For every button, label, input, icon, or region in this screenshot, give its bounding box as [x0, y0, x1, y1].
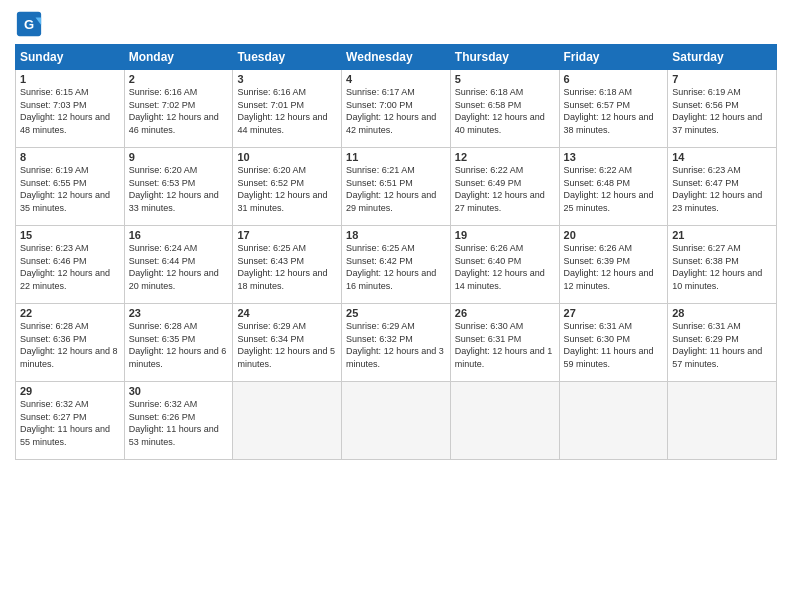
calendar-cell: 30 Sunrise: 6:32 AMSunset: 6:26 PMDaylig…: [124, 382, 233, 460]
day-number: 21: [672, 229, 772, 241]
header: G: [15, 10, 777, 38]
day-number: 22: [20, 307, 120, 319]
day-number: 29: [20, 385, 120, 397]
calendar-cell: 26 Sunrise: 6:30 AMSunset: 6:31 PMDaylig…: [450, 304, 559, 382]
day-info: Sunrise: 6:16 AMSunset: 7:02 PMDaylight:…: [129, 87, 219, 135]
day-number: 28: [672, 307, 772, 319]
day-number: 27: [564, 307, 664, 319]
calendar-cell: 2 Sunrise: 6:16 AMSunset: 7:02 PMDayligh…: [124, 70, 233, 148]
day-info: Sunrise: 6:32 AMSunset: 6:27 PMDaylight:…: [20, 399, 110, 447]
day-number: 20: [564, 229, 664, 241]
weekday-header-tuesday: Tuesday: [233, 45, 342, 70]
day-number: 10: [237, 151, 337, 163]
calendar-cell: 7 Sunrise: 6:19 AMSunset: 6:56 PMDayligh…: [668, 70, 777, 148]
calendar-week-3: 15 Sunrise: 6:23 AMSunset: 6:46 PMDaylig…: [16, 226, 777, 304]
day-number: 3: [237, 73, 337, 85]
day-number: 6: [564, 73, 664, 85]
day-number: 13: [564, 151, 664, 163]
calendar-cell: [450, 382, 559, 460]
day-info: Sunrise: 6:26 AMSunset: 6:40 PMDaylight:…: [455, 243, 545, 291]
calendar-cell: 13 Sunrise: 6:22 AMSunset: 6:48 PMDaylig…: [559, 148, 668, 226]
day-number: 24: [237, 307, 337, 319]
calendar-body: 1 Sunrise: 6:15 AMSunset: 7:03 PMDayligh…: [16, 70, 777, 460]
day-number: 19: [455, 229, 555, 241]
calendar-cell: 14 Sunrise: 6:23 AMSunset: 6:47 PMDaylig…: [668, 148, 777, 226]
day-number: 5: [455, 73, 555, 85]
calendar-week-1: 1 Sunrise: 6:15 AMSunset: 7:03 PMDayligh…: [16, 70, 777, 148]
calendar-cell: 25 Sunrise: 6:29 AMSunset: 6:32 PMDaylig…: [342, 304, 451, 382]
day-info: Sunrise: 6:15 AMSunset: 7:03 PMDaylight:…: [20, 87, 110, 135]
calendar-cell: 3 Sunrise: 6:16 AMSunset: 7:01 PMDayligh…: [233, 70, 342, 148]
day-number: 16: [129, 229, 229, 241]
day-number: 8: [20, 151, 120, 163]
calendar-cell: 8 Sunrise: 6:19 AMSunset: 6:55 PMDayligh…: [16, 148, 125, 226]
calendar-cell: 29 Sunrise: 6:32 AMSunset: 6:27 PMDaylig…: [16, 382, 125, 460]
day-info: Sunrise: 6:25 AMSunset: 6:42 PMDaylight:…: [346, 243, 436, 291]
calendar-cell: 21 Sunrise: 6:27 AMSunset: 6:38 PMDaylig…: [668, 226, 777, 304]
page-container: G SundayMondayTuesdayWednesdayThursdayFr…: [0, 0, 792, 470]
day-info: Sunrise: 6:16 AMSunset: 7:01 PMDaylight:…: [237, 87, 327, 135]
day-info: Sunrise: 6:22 AMSunset: 6:49 PMDaylight:…: [455, 165, 545, 213]
day-info: Sunrise: 6:25 AMSunset: 6:43 PMDaylight:…: [237, 243, 327, 291]
calendar-week-2: 8 Sunrise: 6:19 AMSunset: 6:55 PMDayligh…: [16, 148, 777, 226]
day-info: Sunrise: 6:29 AMSunset: 6:34 PMDaylight:…: [237, 321, 335, 369]
day-number: 15: [20, 229, 120, 241]
day-number: 9: [129, 151, 229, 163]
day-info: Sunrise: 6:20 AMSunset: 6:53 PMDaylight:…: [129, 165, 219, 213]
day-number: 30: [129, 385, 229, 397]
calendar-cell: 15 Sunrise: 6:23 AMSunset: 6:46 PMDaylig…: [16, 226, 125, 304]
calendar-cell: 4 Sunrise: 6:17 AMSunset: 7:00 PMDayligh…: [342, 70, 451, 148]
day-info: Sunrise: 6:27 AMSunset: 6:38 PMDaylight:…: [672, 243, 762, 291]
day-info: Sunrise: 6:17 AMSunset: 7:00 PMDaylight:…: [346, 87, 436, 135]
day-info: Sunrise: 6:19 AMSunset: 6:55 PMDaylight:…: [20, 165, 110, 213]
day-info: Sunrise: 6:28 AMSunset: 6:35 PMDaylight:…: [129, 321, 227, 369]
day-number: 2: [129, 73, 229, 85]
calendar-cell: 16 Sunrise: 6:24 AMSunset: 6:44 PMDaylig…: [124, 226, 233, 304]
calendar-cell: 5 Sunrise: 6:18 AMSunset: 6:58 PMDayligh…: [450, 70, 559, 148]
calendar-cell: 24 Sunrise: 6:29 AMSunset: 6:34 PMDaylig…: [233, 304, 342, 382]
calendar-cell: 22 Sunrise: 6:28 AMSunset: 6:36 PMDaylig…: [16, 304, 125, 382]
calendar-cell: 18 Sunrise: 6:25 AMSunset: 6:42 PMDaylig…: [342, 226, 451, 304]
day-number: 18: [346, 229, 446, 241]
day-number: 11: [346, 151, 446, 163]
weekday-header-sunday: Sunday: [16, 45, 125, 70]
logo-icon: G: [15, 10, 43, 38]
day-number: 23: [129, 307, 229, 319]
day-info: Sunrise: 6:23 AMSunset: 6:46 PMDaylight:…: [20, 243, 110, 291]
calendar-table: SundayMondayTuesdayWednesdayThursdayFrid…: [15, 44, 777, 460]
day-number: 25: [346, 307, 446, 319]
calendar-cell: 27 Sunrise: 6:31 AMSunset: 6:30 PMDaylig…: [559, 304, 668, 382]
day-info: Sunrise: 6:32 AMSunset: 6:26 PMDaylight:…: [129, 399, 219, 447]
calendar-cell: 28 Sunrise: 6:31 AMSunset: 6:29 PMDaylig…: [668, 304, 777, 382]
day-number: 14: [672, 151, 772, 163]
weekday-header-saturday: Saturday: [668, 45, 777, 70]
weekday-header-friday: Friday: [559, 45, 668, 70]
calendar-cell: [668, 382, 777, 460]
day-number: 7: [672, 73, 772, 85]
day-info: Sunrise: 6:24 AMSunset: 6:44 PMDaylight:…: [129, 243, 219, 291]
logo: G: [15, 10, 47, 38]
calendar-week-5: 29 Sunrise: 6:32 AMSunset: 6:27 PMDaylig…: [16, 382, 777, 460]
calendar-cell: [342, 382, 451, 460]
calendar-header-row: SundayMondayTuesdayWednesdayThursdayFrid…: [16, 45, 777, 70]
day-info: Sunrise: 6:20 AMSunset: 6:52 PMDaylight:…: [237, 165, 327, 213]
calendar-cell: 17 Sunrise: 6:25 AMSunset: 6:43 PMDaylig…: [233, 226, 342, 304]
calendar-week-4: 22 Sunrise: 6:28 AMSunset: 6:36 PMDaylig…: [16, 304, 777, 382]
weekday-header-thursday: Thursday: [450, 45, 559, 70]
calendar-cell: 20 Sunrise: 6:26 AMSunset: 6:39 PMDaylig…: [559, 226, 668, 304]
weekday-header-wednesday: Wednesday: [342, 45, 451, 70]
day-info: Sunrise: 6:19 AMSunset: 6:56 PMDaylight:…: [672, 87, 762, 135]
day-number: 12: [455, 151, 555, 163]
day-info: Sunrise: 6:23 AMSunset: 6:47 PMDaylight:…: [672, 165, 762, 213]
calendar-cell: 6 Sunrise: 6:18 AMSunset: 6:57 PMDayligh…: [559, 70, 668, 148]
day-info: Sunrise: 6:29 AMSunset: 6:32 PMDaylight:…: [346, 321, 444, 369]
calendar-cell: 10 Sunrise: 6:20 AMSunset: 6:52 PMDaylig…: [233, 148, 342, 226]
day-info: Sunrise: 6:31 AMSunset: 6:29 PMDaylight:…: [672, 321, 762, 369]
calendar-cell: [559, 382, 668, 460]
day-info: Sunrise: 6:21 AMSunset: 6:51 PMDaylight:…: [346, 165, 436, 213]
day-info: Sunrise: 6:18 AMSunset: 6:58 PMDaylight:…: [455, 87, 545, 135]
weekday-header-monday: Monday: [124, 45, 233, 70]
day-number: 26: [455, 307, 555, 319]
day-number: 1: [20, 73, 120, 85]
calendar-cell: 19 Sunrise: 6:26 AMSunset: 6:40 PMDaylig…: [450, 226, 559, 304]
